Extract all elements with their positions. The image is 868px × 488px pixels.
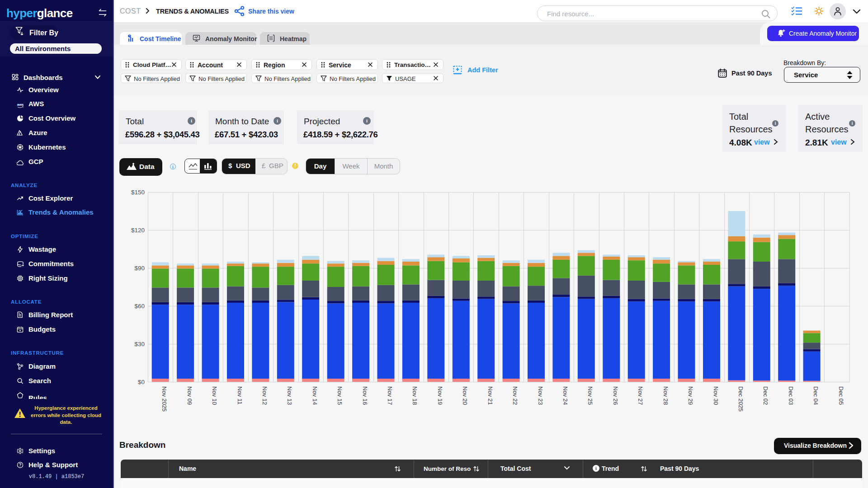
svg-text:$60: $60 (134, 303, 145, 310)
svg-text:$150: $150 (131, 189, 145, 196)
svg-text:Nov 10: Nov 10 (211, 386, 218, 405)
svg-text:Nov 22: Nov 22 (512, 386, 519, 405)
svg-text:Nov 2025: Nov 2025 (161, 386, 168, 412)
svg-text:Dec 03: Dec 03 (788, 386, 794, 405)
svg-text:Nov 24: Nov 24 (562, 386, 569, 405)
svg-text:Nov 23: Nov 23 (537, 386, 544, 405)
svg-text:$90: $90 (134, 265, 145, 272)
svg-text:Dec 02: Dec 02 (762, 386, 769, 405)
svg-text:Nov 26: Nov 26 (612, 386, 619, 405)
svg-text:Nov 17: Nov 17 (387, 386, 393, 405)
svg-text:$30: $30 (134, 341, 145, 347)
svg-text:Nov 11: Nov 11 (236, 386, 243, 404)
svg-text:Nov 30: Nov 30 (712, 386, 719, 405)
svg-text:Dec 04: Dec 04 (812, 386, 819, 405)
svg-text:Nov 25: Nov 25 (587, 386, 594, 405)
svg-text:$120: $120 (131, 227, 145, 234)
svg-text:Nov 14: Nov 14 (311, 386, 318, 405)
svg-text:Nov 12: Nov 12 (261, 386, 268, 405)
svg-text:Nov 20: Nov 20 (462, 386, 468, 405)
svg-text:Nov 09: Nov 09 (186, 386, 193, 405)
svg-text:Dec 2025: Dec 2025 (737, 386, 744, 412)
svg-text:Nov 21: Nov 21 (487, 386, 494, 405)
svg-text:$0: $0 (138, 379, 145, 385)
svg-text:Nov 28: Nov 28 (662, 386, 669, 405)
svg-text:Nov 29: Nov 29 (687, 386, 694, 405)
svg-text:Nov 27: Nov 27 (637, 386, 644, 405)
svg-text:Nov 19: Nov 19 (437, 386, 443, 405)
svg-text:Nov 13: Nov 13 (286, 386, 293, 405)
svg-text:Nov 15: Nov 15 (336, 386, 343, 405)
svg-text:aws: aws (17, 103, 24, 107)
svg-text:Dec 05: Dec 05 (838, 386, 844, 405)
svg-text:Nov 18: Nov 18 (411, 386, 418, 405)
svg-text:Nov 16: Nov 16 (362, 386, 368, 405)
